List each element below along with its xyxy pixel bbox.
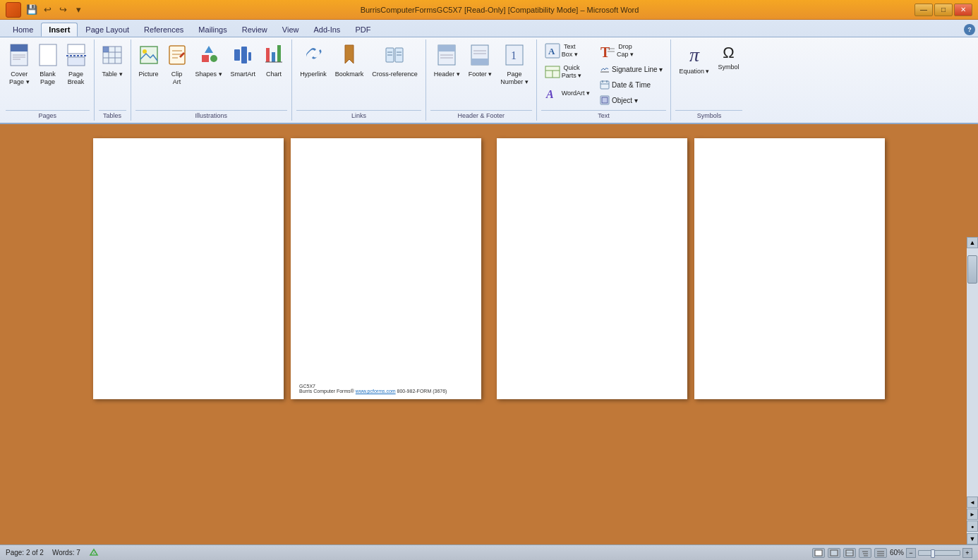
zoom-in-btn[interactable]: +: [962, 548, 972, 558]
ribbon-group-tables: Table ▾ Tables: [96, 39, 131, 121]
cross-ref-button[interactable]: Cross-reference: [368, 41, 421, 81]
cover-page-button[interactable]: CoverPage ▾: [6, 41, 33, 89]
tab-addins[interactable]: Add-Ins: [306, 23, 347, 37]
signature-line-label: Signature Line ▾: [612, 66, 663, 73]
signature-line-button[interactable]: Signature Line ▾: [596, 62, 666, 76]
minimize-button[interactable]: —: [914, 4, 933, 16]
table-button[interactable]: Table ▾: [99, 41, 126, 81]
maximize-button[interactable]: □: [934, 4, 953, 16]
footer-label: Footer ▾: [469, 71, 493, 78]
header-footer-items: Header ▾ Footer ▾ 1 PageNumber ▾: [430, 39, 532, 109]
smartart-button[interactable]: SmartArt: [227, 41, 260, 81]
smartart-icon: [233, 44, 253, 69]
help-button[interactable]: ?: [964, 24, 975, 35]
svg-rect-59: [600, 81, 609, 89]
close-button[interactable]: ✕: [954, 4, 972, 16]
hyperlink-button[interactable]: Hyperlink: [296, 41, 330, 81]
scroll-prev-page[interactable]: ◄: [967, 497, 978, 508]
equation-button[interactable]: π Equation ▾: [675, 41, 713, 78]
footer-button[interactable]: Footer ▾: [465, 41, 496, 81]
object-button[interactable]: Object ▾: [596, 93, 666, 107]
drop-cap-button[interactable]: T DropCap ▾: [596, 41, 666, 61]
scroll-track[interactable]: [967, 248, 978, 495]
tab-view[interactable]: View: [275, 23, 306, 37]
draft-btn[interactable]: [874, 548, 887, 558]
quick-parts-button[interactable]: QuickParts ▾: [541, 62, 593, 82]
date-time-icon: [600, 80, 610, 90]
chart-label: Chart: [266, 71, 282, 78]
chart-button[interactable]: Chart: [260, 41, 287, 81]
blank-page-button[interactable]: BlankPage: [35, 41, 61, 89]
hyperlink-label: Hyperlink: [300, 71, 327, 78]
wordart-label: WordArt ▾: [562, 90, 590, 97]
pages-group-label: Pages: [6, 110, 90, 121]
svg-rect-66: [815, 550, 822, 556]
outline-btn[interactable]: [859, 548, 871, 558]
equation-icon: π: [689, 44, 699, 66]
tab-references[interactable]: References: [137, 23, 191, 37]
ribbon-content: CoverPage ▾ BlankPage: [0, 37, 978, 123]
window-controls: — □ ✕: [914, 4, 972, 16]
cross-ref-icon: [385, 44, 404, 69]
cover-page-label: CoverPage ▾: [9, 71, 30, 86]
text-box-button[interactable]: A TextBox ▾: [541, 41, 593, 61]
svg-point-23: [210, 55, 217, 62]
full-screen-btn[interactable]: [828, 548, 840, 558]
scroll-next-page[interactable]: ►: [967, 509, 978, 520]
svg-rect-24: [234, 49, 240, 61]
svg-marker-21: [205, 46, 213, 53]
date-time-button[interactable]: Date & Time: [596, 78, 666, 92]
tab-review[interactable]: Review: [235, 23, 274, 37]
picture-button[interactable]: Picture: [135, 41, 162, 81]
shapes-label: Shapes ▾: [195, 71, 222, 78]
bookmark-button[interactable]: Bookmark: [332, 41, 368, 81]
zoom-label: 60%: [890, 549, 904, 556]
tab-mailings[interactable]: Mailings: [191, 23, 234, 37]
office-button[interactable]: [6, 2, 21, 18]
tab-pdf[interactable]: PDF: [348, 23, 378, 37]
header-button[interactable]: Header ▾: [430, 41, 464, 81]
illustrations-items: Picture ClipArt Shapes ▾: [135, 39, 288, 109]
svg-text:A: A: [545, 88, 554, 100]
zoom-out-btn[interactable]: −: [906, 548, 916, 558]
tab-insert[interactable]: Insert: [41, 23, 78, 37]
page-count: Page: 2 of 2: [6, 549, 44, 556]
svg-rect-15: [140, 47, 157, 63]
zoom-slider-thumb[interactable]: [931, 549, 935, 558]
customize-quick-btn[interactable]: ▾: [72, 4, 85, 16]
page-number-button[interactable]: 1 PageNumber ▾: [497, 41, 532, 89]
document-wrapper: GC5X7 Burris Computer Forms® www.pcforms…: [0, 124, 978, 544]
wordart-button[interactable]: A WordArt ▾: [541, 83, 593, 103]
web-layout-btn[interactable]: [843, 548, 856, 558]
svg-line-31: [311, 51, 315, 56]
form-number: GC5X7: [299, 384, 473, 389]
svg-marker-32: [345, 45, 354, 63]
shapes-button[interactable]: Shapes ▾: [192, 41, 226, 81]
scroll-thumb[interactable]: [967, 255, 977, 284]
page-break-button[interactable]: PageBreak: [63, 41, 90, 89]
svg-rect-25: [241, 47, 247, 63]
redo-quick-btn[interactable]: ↪: [56, 4, 69, 16]
ribbon-group-illustrations: Picture ClipArt Shapes ▾: [133, 39, 293, 121]
save-quick-btn[interactable]: 💾: [25, 4, 38, 16]
symbol-button[interactable]: Ω Symbol: [714, 41, 742, 74]
scroll-down-button[interactable]: ▼: [967, 533, 978, 544]
zoom-slider-track[interactable]: [918, 550, 960, 556]
page-pair-right: [497, 138, 885, 399]
table-label: Table ▾: [102, 71, 123, 78]
svg-rect-6: [68, 44, 85, 54]
tab-page-layout[interactable]: Page Layout: [78, 23, 136, 37]
header-label: Header ▾: [434, 71, 460, 78]
scroll-up-button[interactable]: ▲: [967, 237, 978, 248]
tab-home[interactable]: Home: [6, 23, 40, 37]
scroll-select[interactable]: ●: [967, 521, 978, 532]
signature-line-icon: [600, 64, 610, 74]
print-layout-btn[interactable]: [812, 548, 825, 558]
title-bar: 💾 ↩ ↪ ▾ BurrisComputerFormsGC5X7 [Read-O…: [0, 0, 978, 20]
smartart-label: SmartArt: [231, 71, 256, 78]
clip-art-button[interactable]: ClipArt: [164, 41, 191, 89]
pages-container: GC5X7 Burris Computer Forms® www.pcforms…: [93, 138, 885, 399]
header-footer-group-label: Header & Footer: [430, 110, 532, 121]
undo-quick-btn[interactable]: ↩: [41, 4, 54, 16]
bookmark-label: Bookmark: [335, 71, 364, 78]
